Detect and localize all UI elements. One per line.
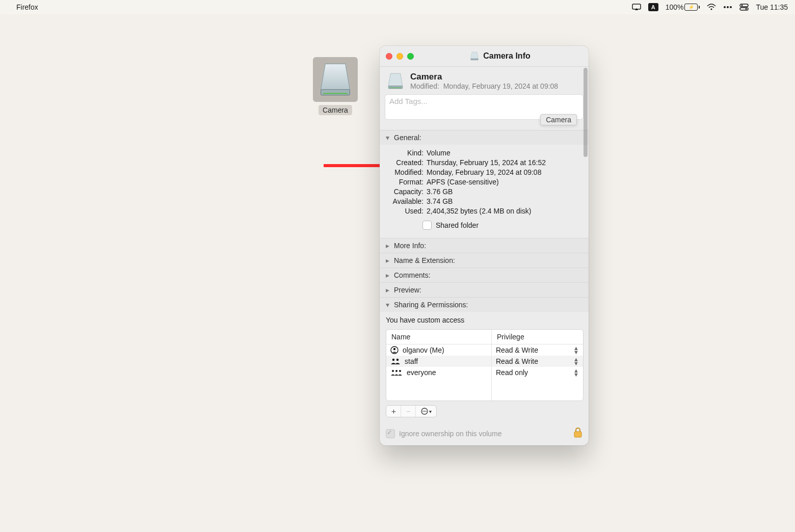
window-title: Camera Info [483, 51, 530, 61]
svg-point-20 [392, 370, 394, 372]
header-drive-icon [387, 72, 404, 90]
svg-rect-5 [740, 4, 748, 7]
remove-user-button[interactable]: － [401, 406, 415, 417]
value-modified: Monday, February 19, 2024 at 09:08 [427, 168, 541, 176]
control-center-icon[interactable] [739, 4, 749, 11]
desktop-volume-label: Camera [319, 105, 352, 115]
chevron-right-icon: ▸ [386, 286, 391, 294]
svg-rect-15 [389, 88, 401, 88]
value-used: 2,404,352 bytes (2.4 MB on disk) [427, 207, 531, 215]
svg-rect-27 [574, 432, 581, 437]
battery-status[interactable]: 100% ⚡ [666, 3, 700, 11]
tags-input[interactable]: Add Tags... Camera [385, 94, 584, 120]
modified-value: Monday, February 19, 2024 at 09:08 [443, 82, 558, 90]
col-privilege: Privilege [491, 330, 583, 344]
col-name: Name [386, 330, 491, 344]
svg-rect-13 [471, 59, 479, 60]
table-empty-space [386, 378, 583, 401]
shared-folder-label: Shared folder [436, 221, 479, 229]
table-row[interactable]: everyone Read only ▲▼ [386, 367, 583, 378]
battery-icon: ⚡ [684, 4, 698, 11]
svg-point-26 [426, 411, 427, 412]
label-format: Format: [386, 178, 423, 186]
section-more-info[interactable]: ▸ More Info: [380, 238, 589, 253]
desktop-volume-icon[interactable]: Camera [313, 57, 358, 115]
label-available: Available: [386, 197, 423, 205]
perm-name: staff [405, 357, 418, 365]
svg-point-3 [727, 6, 729, 8]
get-info-window: Camera Info Camera Modified: Monday, Feb… [380, 46, 589, 445]
chevron-down-icon: ▾ [386, 134, 391, 142]
perm-privilege: Read only [496, 368, 528, 377]
info-item-name: Camera [410, 72, 558, 82]
stepper-icon[interactable]: ▲▼ [573, 368, 579, 377]
window-zoom-button[interactable] [407, 53, 414, 60]
perm-name: olganov (Me) [403, 346, 444, 354]
add-user-button[interactable]: ＋ [386, 406, 401, 417]
section-preview[interactable]: ▸ Preview: [380, 282, 589, 297]
svg-point-19 [396, 359, 399, 361]
perm-privilege: Read & Write [496, 357, 538, 365]
menubar-clock[interactable]: Tue 11:35 [756, 3, 788, 11]
svg-point-24 [422, 411, 423, 412]
user-icon [390, 346, 399, 354]
svg-point-21 [395, 370, 398, 372]
perm-name: everyone [407, 368, 436, 377]
svg-point-22 [399, 370, 401, 372]
ignore-ownership-checkbox [386, 429, 395, 438]
group-icon [390, 369, 403, 376]
svg-point-17 [393, 348, 395, 350]
permissions-header: Name Privilege [386, 330, 583, 344]
svg-point-4 [730, 6, 732, 8]
label-used: Used: [386, 207, 423, 215]
svg-point-8 [746, 8, 747, 10]
stepper-icon[interactable]: ▲▼ [573, 346, 579, 354]
value-available: 3.74 GB [427, 197, 453, 205]
wifi-icon[interactable] [707, 4, 716, 11]
app-name[interactable]: Firefox [16, 3, 38, 11]
permissions-actions: ＋ － ▾ [386, 405, 437, 417]
input-source-indicator[interactable]: A [648, 3, 658, 11]
svg-point-6 [741, 5, 743, 6]
svg-rect-9 [321, 90, 350, 95]
ignore-ownership-row: Ignore ownership on this volume [380, 423, 589, 445]
value-format: APFS (Case-sensitive) [427, 178, 499, 186]
tags-suggestion-chip[interactable]: Camera [540, 114, 577, 125]
group-icon [390, 358, 401, 365]
stepper-icon[interactable]: ▲▼ [573, 357, 579, 365]
window-titlebar[interactable]: Camera Info [380, 46, 589, 67]
section-general[interactable]: ▾ General: [380, 130, 589, 145]
perm-privilege: Read & Write [496, 346, 538, 354]
chevron-right-icon: ▸ [386, 271, 391, 279]
label-kind: Kind: [386, 149, 423, 157]
svg-rect-7 [740, 8, 748, 10]
ellipsis-circle-icon [421, 408, 428, 415]
value-created: Thursday, February 15, 2024 at 16:52 [427, 158, 546, 167]
permissions-table: Name Privilege olganov (Me) Read & Write… [386, 329, 584, 401]
svg-point-18 [392, 359, 395, 361]
chevron-down-icon: ▾ [429, 409, 432, 414]
window-close-button[interactable] [386, 53, 392, 60]
macos-menubar: Firefox A 100% ⚡ Tue 11:35 [0, 0, 795, 14]
window-traffic-lights [386, 53, 414, 60]
shared-folder-checkbox[interactable] [422, 221, 432, 230]
svg-point-25 [424, 411, 425, 412]
window-minimize-button[interactable] [396, 53, 403, 60]
screen-mirroring-icon[interactable] [632, 4, 641, 11]
table-row[interactable]: olganov (Me) Read & Write ▲▼ [386, 344, 583, 356]
svg-rect-14 [388, 86, 403, 89]
section-name-extension[interactable]: ▸ Name & Extension: [380, 253, 589, 268]
lock-icon[interactable] [573, 428, 582, 439]
table-row[interactable]: staff Read & Write ▲▼ [386, 356, 583, 367]
sharing-note: You have custom access [386, 316, 582, 324]
title-drive-icon [470, 51, 479, 61]
label-modified: Modified: [386, 168, 423, 176]
section-comments[interactable]: ▸ Comments: [380, 268, 589, 282]
section-sharing[interactable]: ▾ Sharing & Permissions: [380, 297, 589, 312]
label-capacity: Capacity: [386, 188, 423, 196]
menu-extras-icon[interactable] [723, 6, 732, 9]
info-header: Camera Modified: Monday, February 19, 20… [380, 67, 589, 94]
ignore-ownership-label: Ignore ownership on this volume [399, 430, 502, 438]
actions-menu-button[interactable]: ▾ [415, 406, 436, 417]
external-drive-icon [317, 62, 353, 97]
